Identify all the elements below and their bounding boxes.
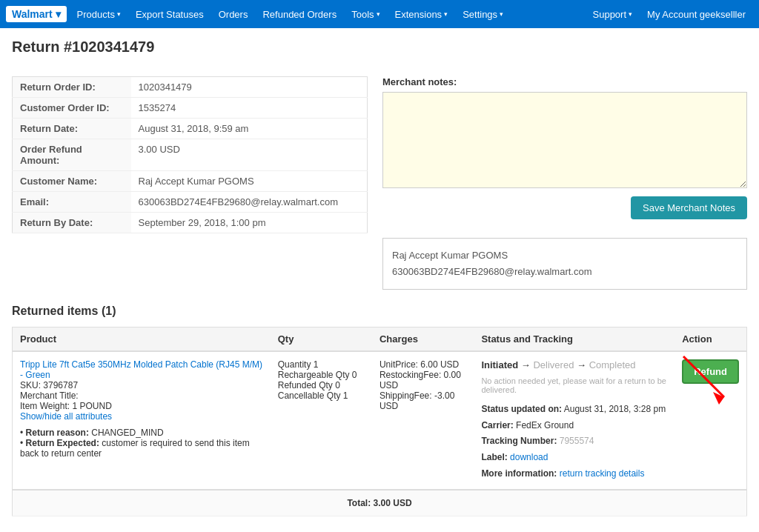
shipping-fee: ShippingFee: -3.00 USD xyxy=(380,390,466,411)
navbar: Walmart ▾ Products ▾ Export Statuses Ord… xyxy=(0,0,759,28)
col-qty: Qty xyxy=(271,327,372,352)
status-updated: Status updated on: August 31, 2018, 3:28… xyxy=(481,402,667,418)
col-action: Action xyxy=(675,327,746,352)
extensions-caret: ▾ xyxy=(444,10,448,18)
show-hide-attributes[interactable]: Show/hide all attributes xyxy=(20,411,263,422)
detail-label: Email: xyxy=(13,192,131,213)
product-merchant-title: Merchant Title: xyxy=(20,390,263,401)
qty-cell: Quantity 1 Rechargeable Qty 0 Refunded Q… xyxy=(271,351,372,490)
main-content: Refresh Return Data Return #1020341479 R… xyxy=(0,28,759,527)
nav-my-account[interactable]: My Account geekselller xyxy=(640,0,753,28)
nav-settings[interactable]: Settings ▾ xyxy=(455,0,511,28)
merchant-notes-section: Merchant notes: Save Merchant Notes xyxy=(382,76,747,233)
detail-row: Return Date:August 31, 2018, 9:59 am xyxy=(13,119,368,139)
product-weight: Item Weight: 1 POUND xyxy=(20,401,263,411)
restocking-fee: RestockingFee: 0.00 USD xyxy=(380,370,466,390)
carrier: Carrier: FedEx Ground xyxy=(481,418,667,434)
page-header: Refresh Return Data Return #1020341479 xyxy=(12,39,747,66)
detail-value: 630063BD274E4FB29680@relay.walmart.com xyxy=(131,192,368,213)
return-expected-label: Return Expected: xyxy=(26,438,99,448)
status-arrow1: → xyxy=(521,359,534,370)
items-table: Product Qty Charges Status and Tracking … xyxy=(12,327,747,516)
brand-caret: ▾ xyxy=(56,8,61,20)
customer-name: Raj Accept Kumar PGOMS xyxy=(392,247,738,264)
tracking-number: Tracking Number: 7955574 xyxy=(481,433,667,450)
nav-products[interactable]: Products ▾ xyxy=(70,0,128,28)
product-sku: SKU: 3796787 xyxy=(20,380,263,390)
return-expected: • Return Expected: customer is required … xyxy=(20,438,263,459)
returned-items-title: Returned items (1) xyxy=(12,305,747,318)
nav-extensions[interactable]: Extensions ▾ xyxy=(388,0,456,28)
qty-rechargeable: Rechargeable Qty 0 xyxy=(278,370,365,380)
charges-cell: UnitPrice: 6.00 USD RestockingFee: 0.00 … xyxy=(372,351,474,490)
nav-orders[interactable]: Orders xyxy=(211,0,256,28)
status-initiated: Initiated xyxy=(481,359,518,370)
total-row: Total: 3.00 USD xyxy=(13,490,747,516)
qty-cancellable: Cancellable Qty 1 xyxy=(278,390,365,401)
label-row: Label: download xyxy=(481,450,667,466)
brand-text: Walmart xyxy=(12,8,53,20)
customer-info-box: Raj Accept Kumar PGOMS 630063BD274E4FB29… xyxy=(382,238,747,290)
customer-email: 630063BD274E4FB29680@relay.walmart.com xyxy=(392,264,738,280)
status-completed: Completed xyxy=(589,359,636,370)
return-reason-value: CHANGED_MIND xyxy=(91,428,163,438)
detail-row: Customer Order ID:1535274 xyxy=(13,98,368,119)
label-download-link[interactable]: download xyxy=(510,452,548,462)
nav-refunded-orders[interactable]: Refunded Orders xyxy=(255,0,344,28)
return-reason: • Return reason: CHANGED_MIND xyxy=(20,428,263,438)
details-table: Return Order ID:1020341479Customer Order… xyxy=(12,76,368,233)
nav-right: Support ▾ My Account geekselller xyxy=(586,0,754,28)
return-reason-section: • Return reason: CHANGED_MIND • Return E… xyxy=(20,428,263,459)
items-table-header: Product Qty Charges Status and Tracking … xyxy=(13,327,747,352)
status-delivered: Delivered xyxy=(533,359,574,370)
detail-label: Customer Name: xyxy=(13,171,131,192)
detail-label: Return Date: xyxy=(13,119,131,139)
detail-value: 1020341479 xyxy=(131,77,368,98)
detail-label: Return By Date: xyxy=(13,213,131,233)
detail-label: Customer Order ID: xyxy=(13,98,131,119)
merchant-notes-label: Merchant notes: xyxy=(382,76,747,87)
more-info-link[interactable]: return tracking details xyxy=(560,468,645,479)
detail-row: Customer Name:Raj Accept Kumar PGOMS xyxy=(13,171,368,192)
tools-caret: ▾ xyxy=(377,10,380,18)
brand-logo[interactable]: Walmart ▾ xyxy=(6,6,67,22)
settings-caret: ▾ xyxy=(500,10,503,18)
support-caret: ▾ xyxy=(629,10,632,18)
nav-tools[interactable]: Tools ▾ xyxy=(344,0,387,28)
nav-support[interactable]: Support ▾ xyxy=(586,0,640,28)
detail-label: Order Refund Amount: xyxy=(13,139,131,171)
items-section: Product Qty Charges Status and Tracking … xyxy=(12,327,747,516)
order-details-table: Return Order ID:1020341479Customer Order… xyxy=(12,76,368,233)
status-note: No action needed yet, please wait for a … xyxy=(481,376,667,394)
col-product: Product xyxy=(13,327,271,352)
unit-price: UnitPrice: 6.00 USD xyxy=(380,359,466,370)
product-link[interactable]: Tripp Lite 7ft Cat5e 350MHz Molded Patch… xyxy=(20,359,262,380)
status-details: Status updated on: August 31, 2018, 3:28… xyxy=(481,402,667,482)
nav-export-statuses[interactable]: Export Statuses xyxy=(128,0,211,28)
save-merchant-notes-button[interactable]: Save Merchant Notes xyxy=(631,196,747,219)
status-arrow2: → xyxy=(577,359,589,370)
qty-refunded: Refunded Qty 0 xyxy=(278,380,365,390)
qty-quantity: Quantity 1 xyxy=(278,359,365,370)
customer-info-wrapper: Raj Accept Kumar PGOMS 630063BD274E4FB29… xyxy=(382,238,747,290)
detail-label: Return Order ID: xyxy=(13,77,131,98)
page-title: Return #1020341479 xyxy=(12,39,747,56)
total-value: Total: 3.00 USD xyxy=(347,498,411,508)
detail-row: Email:630063BD274E4FB29680@relay.walmart… xyxy=(13,192,368,213)
status-flow: Initiated → Delivered → Completed xyxy=(481,359,667,370)
detail-row: Return Order ID:1020341479 xyxy=(13,77,368,98)
detail-value: August 31, 2018, 9:59 am xyxy=(131,119,368,139)
detail-value: 1535274 xyxy=(131,98,368,119)
return-reason-label: Return reason: xyxy=(26,428,89,438)
detail-row: Return By Date:September 29, 2018, 1:00 … xyxy=(13,213,368,233)
detail-row: Order Refund Amount:3.00 USD xyxy=(13,139,368,171)
top-section: Return Order ID:1020341479Customer Order… xyxy=(12,76,747,233)
products-caret: ▾ xyxy=(117,10,121,18)
refund-button[interactable]: Refund xyxy=(682,359,739,384)
table-row: Tripp Lite 7ft Cat5e 350MHz Molded Patch… xyxy=(13,351,747,490)
detail-value: September 29, 2018, 1:00 pm xyxy=(131,213,368,233)
status-tracking-cell: Initiated → Delivered → Completed No act… xyxy=(474,351,675,490)
merchant-notes-textarea[interactable] xyxy=(382,92,747,188)
detail-value: 3.00 USD xyxy=(131,139,368,171)
col-charges: Charges xyxy=(372,327,474,352)
